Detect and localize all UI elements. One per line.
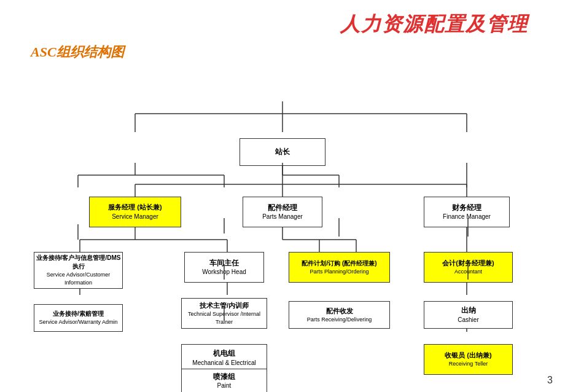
- box-parts-planning: 配件计划/订购 (配件经理兼) Parts Planning/Ordering: [289, 252, 390, 283]
- box-service-manager: 服务经理 (站长兼) Service Manager: [89, 197, 181, 227]
- box-station-chief: 站长: [240, 138, 325, 166]
- subtitle: ASC组织结构图: [31, 43, 124, 61]
- page-number: 3: [547, 375, 553, 386]
- box-workshop-head: 车间主任 Workshop Head: [184, 252, 264, 283]
- box-parts-receiving: 配件收发 Parts Receiving/Delivering: [289, 301, 390, 329]
- box-cashier: 出纳 Cashier: [424, 301, 513, 329]
- box-receiving-teller: 收银员 (出纳兼) Receiving Teller: [424, 344, 513, 375]
- box-finance-manager: 财务经理 Finance Manager: [424, 197, 510, 227]
- box-service-advisor-customer: 业务接待/客户与信息管理/DMS执行 Service Advisor/Custo…: [34, 252, 123, 289]
- org-chart: 站长 服务经理 (站长兼) Service Manager 配件经理 Parts…: [0, 65, 565, 374]
- box-service-advisor-warranty: 业务接待/索赔管理 Service Advisor/Warranty Admin: [34, 304, 123, 332]
- page-title: 人力资源配置及管理: [340, 11, 528, 38]
- box-accountant: 会计(财务经理兼) Accountant: [424, 252, 513, 283]
- box-paint: 喷漆组 Paint: [181, 369, 267, 392]
- box-mechanical: 机电组 Mechanical & Electrical: [181, 344, 267, 372]
- box-tech-supervisor: 技术主管/内训师 Technical Supervisor /Internal …: [181, 298, 267, 329]
- box-parts-manager: 配件经理 Parts Manager: [243, 197, 322, 227]
